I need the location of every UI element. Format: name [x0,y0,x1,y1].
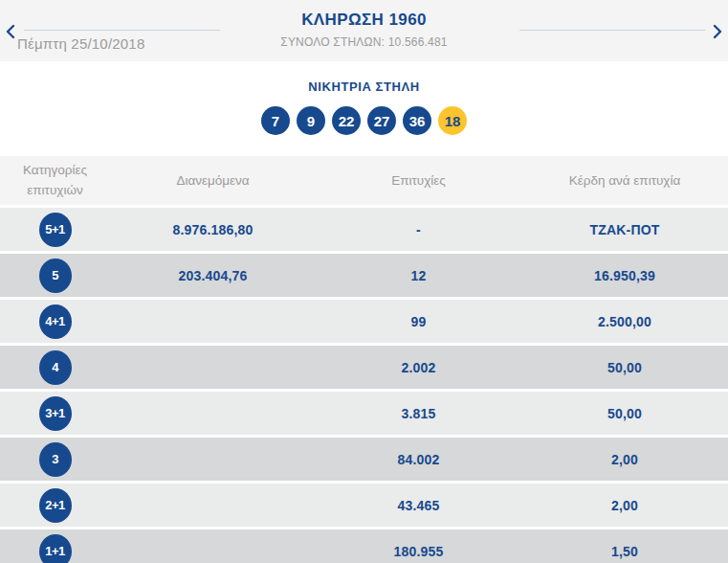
total-columns-value: 10.566.481 [388,35,448,49]
column-header-winners: Επιτυχίες [316,173,521,188]
results-table: Κατηγορίες επιτυχιών Διανεμόμενα Επιτυχί… [0,156,728,563]
winners-count: 99 [316,314,521,329]
joker-draw-results-page: Πέμπτη 25/10/2018 ΚΛΗΡΩΣΗ 1960 ΣΥΝΟΛΟ ΣΤ… [0,0,728,563]
draw-title: ΚΛΗΡΩΣΗ 1960 [0,11,728,30]
joker-number-ball: 18 [438,106,467,135]
column-header-prize: Κέρδη ανά επιτυχία [521,173,728,188]
column-header-distributed: Διανεμόμενα [110,173,316,188]
category-badge: 2+1 [39,488,72,523]
winners-count: 2.002 [316,360,521,375]
prize-per-winner: 16.950,39 [521,268,728,283]
total-columns-label: ΣΥΝΟΛΟ ΣΤΗΛΩΝ: [280,35,385,49]
prize-per-winner: 2,00 [521,452,728,467]
winners-count: 84.002 [316,452,521,467]
table-header-row: Κατηγορίες επιτυχιών Διανεμόμενα Επιτυχί… [0,156,728,205]
winners-count: 180.955 [316,544,521,559]
winners-count: 43.465 [316,498,521,513]
winning-number-ball: 9 [297,106,325,135]
prize-per-winner: ΤΖΑΚ-ΠΟΤ [521,222,728,237]
next-draw-button[interactable] [707,20,728,43]
winning-number-ball: 36 [403,106,431,135]
winning-number-ball: 22 [332,106,361,135]
draw-header: Πέμπτη 25/10/2018 ΚΛΗΡΩΣΗ 1960 ΣΥΝΟΛΟ ΣΤ… [0,0,728,61]
category-badge: 3+1 [39,396,72,431]
category-badge: 4 [39,350,72,385]
winning-column-section: ΝΙΚΗΤΡΙΑ ΣΤΗΛΗ 7 9 22 27 36 18 [0,61,728,156]
distributed-amount: 8.976.186,80 [110,222,316,237]
winners-count: - [316,222,521,237]
distributed-amount: 203.404,76 [110,268,316,283]
category-badge: 5 [39,259,72,293]
column-header-categories: Κατηγορίες επιτυχιών [0,161,110,200]
chevron-right-icon [712,24,723,39]
category-badge: 4+1 [39,304,72,339]
prize-per-winner: 1,50 [521,544,728,559]
table-row: 5+1 8.976.186,80 - ΤΖΑΚ-ΠΟΤ [0,208,728,251]
total-columns: ΣΥΝΟΛΟ ΣΤΗΛΩΝ: 10.566.481 [0,35,728,49]
table-row: 4+1 99 2.500,00 [0,300,728,343]
category-badge: 5+1 [39,213,72,247]
prize-per-winner: 50,00 [521,406,728,421]
category-badge: 3 [39,442,72,477]
prize-per-winner: 2,00 [521,498,728,513]
category-badge: 1+1 [39,534,72,563]
winning-numbers: 7 9 22 27 36 18 [0,106,728,135]
table-row: 4 2.002 50,00 [0,346,728,389]
winners-count: 3.815 [316,406,521,421]
prize-per-winner: 50,00 [521,360,728,375]
table-row: 5 203.404,76 12 16.950,39 [0,254,728,297]
table-row: 2+1 43.465 2,00 [0,484,728,527]
winning-number-ball: 7 [261,106,290,135]
table-row: 1+1 180.955 1,50 [0,529,728,563]
table-row: 3+1 3.815 50,00 [0,392,728,435]
table-row: 3 84.002 2,00 [0,438,728,481]
winning-number-ball: 27 [367,106,396,135]
prize-per-winner: 2.500,00 [521,314,728,329]
table-body: 5+1 8.976.186,80 - ΤΖΑΚ-ΠΟΤ 5 203.404,76… [0,208,728,563]
winning-column-label: ΝΙΚΗΤΡΙΑ ΣΤΗΛΗ [0,61,728,94]
header-divider-right [519,30,705,31]
winners-count: 12 [316,268,521,283]
